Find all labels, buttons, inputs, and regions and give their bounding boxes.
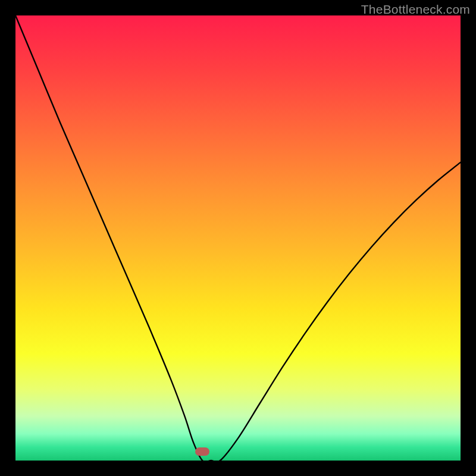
watermark-text: TheBottleneck.com [361,2,470,17]
optimal-point-marker [195,447,209,456]
plot-area [15,15,461,461]
bottleneck-curve [15,15,461,461]
chart-frame: TheBottleneck.com [0,0,476,476]
